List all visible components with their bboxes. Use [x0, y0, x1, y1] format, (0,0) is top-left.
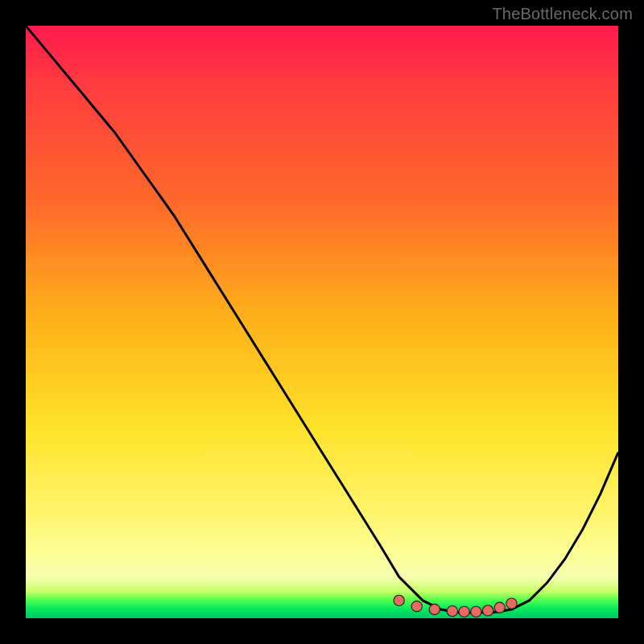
optimal-marker — [494, 602, 505, 613]
optimal-marker — [471, 606, 481, 617]
optimal-range-markers — [394, 595, 517, 617]
optimal-marker — [482, 605, 493, 616]
watermark-text: TheBottleneck.com — [492, 5, 633, 23]
plot-background-gradient — [26, 26, 618, 618]
bottleneck-curve-svg — [26, 26, 618, 618]
optimal-marker — [394, 595, 404, 605]
optimal-marker — [411, 601, 422, 612]
optimal-marker — [459, 606, 469, 617]
optimal-marker — [429, 604, 440, 614]
optimal-marker — [447, 606, 457, 617]
chart-frame: TheBottleneck.com — [0, 0, 644, 644]
bottleneck-curve-path — [26, 26, 618, 613]
optimal-marker — [506, 598, 517, 609]
